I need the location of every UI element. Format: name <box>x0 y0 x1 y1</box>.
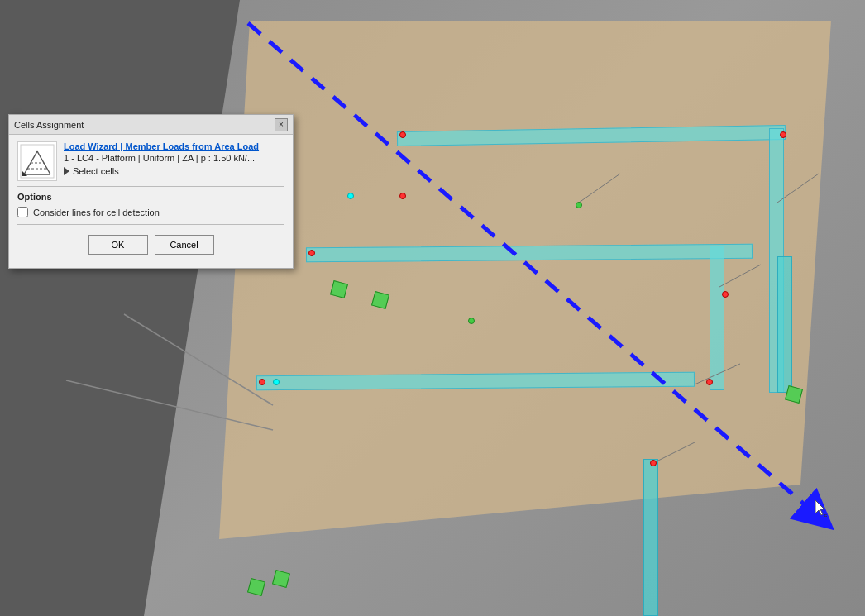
checkbox-row: Consider lines for cell detection <box>17 207 284 217</box>
buttons-row: OK Cancel <box>17 230 284 261</box>
node-7 <box>706 379 713 385</box>
dialog-close-button[interactable]: × <box>275 118 288 131</box>
dialog-titlebar: Cells Assignment × <box>9 115 293 135</box>
dialog-body: Load Wizard | Member Loads from Area Loa… <box>9 135 293 268</box>
select-cells-label: Select cells <box>73 166 119 176</box>
ok-button[interactable]: OK <box>88 235 148 255</box>
load-area <box>219 21 831 566</box>
column-far-right <box>777 256 792 393</box>
cells-assignment-dialog: Cells Assignment × Load Wizard | M <box>8 114 294 269</box>
node-cyan-1 <box>347 193 354 199</box>
wizard-icon <box>17 141 57 181</box>
node-8 <box>650 460 657 466</box>
node-green-2 <box>468 318 475 324</box>
wizard-text: Load Wizard | Member Loads from Area Loa… <box>64 141 284 176</box>
wizard-select-row: Select cells <box>64 166 284 176</box>
node-cyan-2 <box>273 379 280 385</box>
node-6 <box>259 379 265 385</box>
column-bottom-center <box>643 459 658 616</box>
node-2 <box>780 131 786 138</box>
node-5 <box>722 291 729 298</box>
consider-lines-label[interactable]: Consider lines for cell detection <box>33 208 160 217</box>
viewport: R <box>0 0 865 616</box>
triangle-icon <box>64 167 69 175</box>
node-1 <box>399 131 406 138</box>
node-green-1 <box>576 202 582 208</box>
node-3 <box>399 193 406 199</box>
dialog-title: Cells Assignment <box>14 120 84 130</box>
divider-1 <box>17 186 284 187</box>
divider-2 <box>17 224 284 225</box>
consider-lines-checkbox[interactable] <box>17 207 28 217</box>
wizard-title-link[interactable]: Load Wizard | Member Loads from Area Loa… <box>64 141 284 151</box>
options-section-label: Options <box>17 192 284 202</box>
cancel-button[interactable]: Cancel <box>155 235 214 255</box>
wizard-subtitle: 1 - LC4 - Platform | Uniform | ZA | p : … <box>64 153 284 163</box>
wizard-info-row: Load Wizard | Member Loads from Area Loa… <box>17 141 284 181</box>
beam-right-v2 <box>710 246 724 390</box>
node-4 <box>308 250 315 256</box>
